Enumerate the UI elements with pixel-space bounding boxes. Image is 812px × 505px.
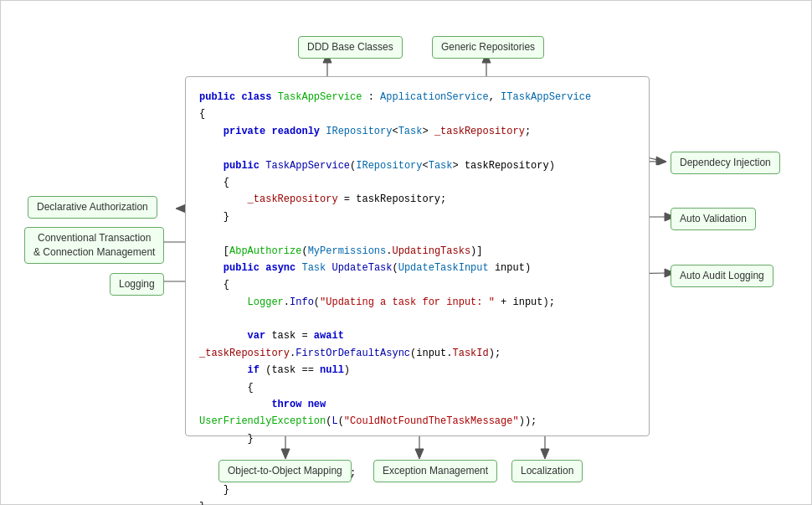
- conventional-transaction-label: Conventional Transaction & Connection Ma…: [24, 227, 164, 264]
- svg-marker-7: [656, 158, 666, 165]
- code-line-17: {: [199, 379, 635, 396]
- svg-marker-5: [656, 157, 666, 165]
- ddd-base-classes-label: DDD Base Classes: [298, 36, 403, 59]
- dependency-injection-label: Dependecy Injection: [671, 152, 780, 174]
- code-line-18: throw new UserFriendlyException(L("Could…: [199, 396, 635, 430]
- code-line-15: var task = await _taskRepository.FirstOr…: [199, 327, 635, 362]
- declarative-auth-label: Declarative Authorization: [28, 196, 157, 219]
- auto-validation-label: Auto Validation: [671, 208, 756, 230]
- code-line-19: }: [199, 430, 635, 447]
- localization-label: Localization: [511, 460, 583, 482]
- code-box: public class TaskAppService : Applicatio…: [185, 76, 650, 436]
- code-line-11: public async Task UpdateTask(UpdateTaskI…: [199, 260, 635, 276]
- code-line-23: }: [199, 498, 635, 505]
- code-line-7: _taskRepository = taskRepository;: [199, 191, 635, 208]
- code-line-22: }: [199, 482, 635, 498]
- code-line-3: private readonly IRepository<Task> _task…: [199, 123, 635, 140]
- code-line-10: [AbpAuthorize(MyPermissions.UpdatingTask…: [199, 243, 635, 260]
- code-line-4: [199, 140, 635, 157]
- exception-mgmt-label: Exception Management: [373, 460, 497, 482]
- object-mapping-label: Object-to-Object Mapping: [218, 460, 352, 482]
- generic-repos-label: Generic Repositories: [432, 36, 544, 59]
- code-line-9: [199, 225, 635, 242]
- code-line-6: {: [199, 174, 635, 191]
- code-line-13: Logger.Info("Updating a task for input: …: [199, 294, 635, 311]
- code-line-2: {: [199, 106, 635, 122]
- code-line-12: {: [199, 276, 635, 293]
- code-line-8: }: [199, 209, 635, 225]
- code-line-16: if (task == null): [199, 362, 635, 379]
- code-line-1: public class TaskAppService : Applicatio…: [199, 89, 635, 106]
- logging-label: Logging: [110, 273, 164, 296]
- code-line-14: [199, 311, 635, 327]
- auto-audit-label: Auto Audit Logging: [671, 265, 773, 287]
- code-line-5: public TaskAppService(IRepository<Task> …: [199, 157, 635, 174]
- diagram-container: public class TaskAppService : Applicatio…: [0, 0, 812, 505]
